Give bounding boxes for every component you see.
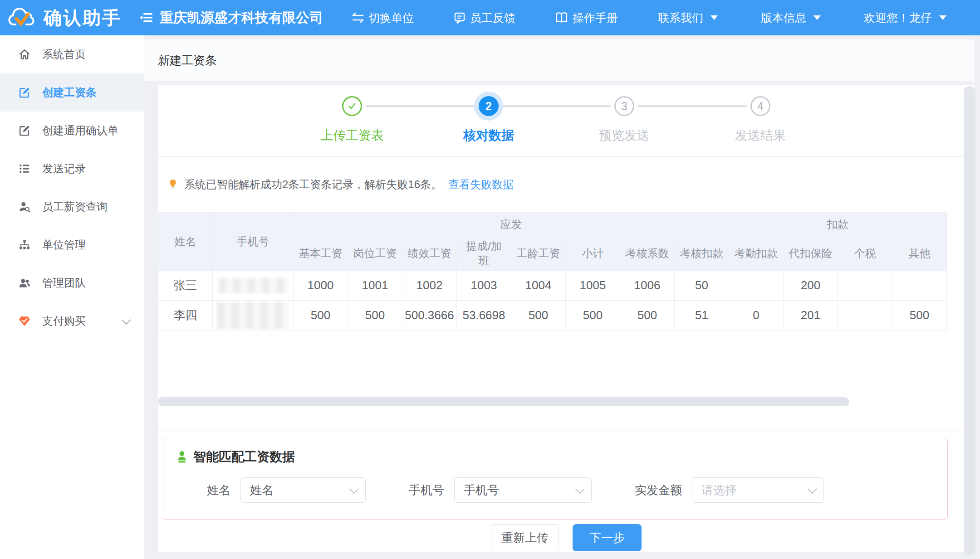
group-header-payable: 应发	[294, 213, 729, 236]
name-select[interactable]: 姓名	[240, 477, 366, 503]
phone-field-label: 手机号	[409, 482, 444, 498]
sidebar-item-unit-management[interactable]: 单位管理	[0, 226, 144, 264]
caret-down-icon	[710, 15, 718, 20]
table-cell: 500	[892, 301, 947, 331]
sidebar-item-create-payslip[interactable]: 创建工资条	[0, 73, 144, 112]
table-cell: 500	[294, 301, 348, 331]
step-4-label: 发送结果	[706, 127, 815, 144]
table-row: 张三 1000 1001 1002 1003 1004 1005 1006 50…	[158, 271, 947, 301]
caret-down-icon	[813, 15, 821, 20]
column-header: 考核系数	[620, 236, 675, 271]
column-header: 提成/加班	[457, 236, 511, 271]
cell-name: 李四	[158, 301, 213, 331]
table-cell: 200	[784, 271, 838, 301]
user-menu[interactable]: 欢迎您！龙仔	[864, 10, 980, 25]
name-field-group: 姓名 姓名	[207, 477, 366, 503]
net-amount-field-group: 实发金额 请选择	[635, 477, 824, 503]
feedback-link[interactable]: 员工反馈	[454, 10, 515, 25]
table-cell	[729, 271, 784, 301]
chevron-down-icon	[349, 484, 359, 494]
page-title: 新建工资条	[144, 53, 217, 68]
welcome-text: 欢迎您！龙仔	[864, 10, 932, 25]
list-icon	[18, 163, 30, 175]
table-cell: 1000	[294, 271, 348, 301]
table-cell	[838, 301, 892, 331]
column-header: 绩效工资	[402, 236, 457, 271]
step-connector	[502, 105, 611, 107]
switch-unit-link[interactable]: 切换单位	[352, 10, 414, 25]
company-name: 重庆凯源盛才科技有限公司	[160, 9, 323, 27]
gem-icon	[18, 315, 30, 327]
bottom-panel: 智能匹配工资数据 姓名 姓名 手机号 手机号	[158, 432, 975, 552]
edit-doc-icon	[18, 87, 30, 99]
sidebar-item-salary-query[interactable]: 员工薪资查询	[0, 188, 144, 226]
contact-menu[interactable]: 联系我们	[658, 10, 718, 25]
action-buttons: 重新上传 下一步	[158, 524, 975, 551]
net-amount-field-label: 实发金额	[635, 482, 682, 498]
next-step-button[interactable]: 下一步	[573, 524, 642, 551]
table-cell: 1002	[402, 271, 457, 301]
blurred-phone	[217, 302, 289, 329]
column-header: 考勤扣款	[729, 236, 784, 271]
reupload-button[interactable]: 重新上传	[491, 524, 559, 551]
step-4-result-circle: 4	[750, 96, 770, 116]
column-header: 工龄工资	[511, 236, 566, 271]
phone-select[interactable]: 手机号	[454, 477, 592, 503]
horizontal-scrollbar-thumb[interactable]	[158, 397, 849, 406]
step-2-label: 核对数据	[434, 127, 543, 144]
cell-name: 张三	[158, 271, 213, 301]
sidebar-item-payment[interactable]: 支付购买	[0, 302, 144, 340]
column-header-phone: 手机号	[213, 213, 294, 271]
column-header: 基本工资	[294, 236, 348, 271]
chevron-down-icon	[808, 484, 817, 494]
column-header: 考核扣款	[675, 236, 729, 271]
step-3-preview-circle: 3	[614, 96, 634, 116]
menu-fold-icon	[140, 12, 153, 24]
salary-table: 姓名 手机号 应发 扣款 基本工资 岗位工资 绩效工资 提成/加班 工龄工资 小…	[158, 212, 947, 331]
page-title-bar: 新建工资条	[144, 39, 975, 82]
step-1-upload-circle	[342, 96, 362, 116]
table-cell: 1006	[620, 271, 675, 301]
table-cell: 1003	[457, 271, 511, 301]
name-field-label: 姓名	[207, 482, 230, 498]
table-horizontal-scrollbar	[158, 397, 946, 406]
group-header-deduction: 扣款	[729, 213, 947, 236]
main-area: 新建工资条 2 3 4 上传工资表 核对数据 预览发送 发送结果	[144, 35, 980, 559]
view-failed-data-link[interactable]: 查看失败数据	[448, 177, 514, 192]
home-icon	[18, 49, 30, 61]
page-scrollbar-thumb[interactable]	[964, 86, 975, 555]
step-2-verify-circle: 2	[479, 96, 499, 116]
parse-result-notice: 系统已智能解析成功2条工资条记录，解析失败16条。 查看失败数据	[158, 178, 975, 191]
verify-data-panel: 2 3 4 上传工资表 核对数据 预览发送 发送结果 系统已智能解析成功2条工资…	[158, 85, 975, 432]
manual-link[interactable]: 操作手册	[555, 10, 618, 25]
table-cell: 201	[784, 301, 838, 331]
cell-phone-masked	[213, 301, 294, 331]
book-icon	[555, 12, 568, 24]
notice-text: 系统已智能解析成功2条工资条记录，解析失败16条。	[184, 177, 442, 192]
table-row: 李四 500 500 500.3666 53.6698 500 500 500 …	[158, 301, 947, 331]
sidebar: 系统首页 创建工资条 创建通用确认单 发送记录 员工薪资查询	[0, 35, 144, 559]
sidebar-item-team-management[interactable]: 管理团队	[0, 264, 144, 302]
table-cell: 500	[511, 301, 566, 331]
column-header: 个税	[838, 236, 892, 271]
version-menu[interactable]: 版本信息	[761, 10, 821, 25]
step-1-label: 上传工资表	[298, 127, 407, 144]
sidebar-item-send-records[interactable]: 发送记录	[0, 150, 144, 188]
sidebar-item-create-confirmation[interactable]: 创建通用确认单	[0, 112, 144, 150]
chevron-down-icon	[122, 315, 131, 325]
table-cell: 500	[348, 301, 402, 331]
table-cell: 500.3666	[402, 301, 457, 331]
phone-field-group: 手机号 手机号	[409, 477, 592, 503]
company-switcher[interactable]: 重庆凯源盛才科技有限公司	[140, 9, 323, 27]
column-header-name: 姓名	[158, 213, 213, 271]
feedback-icon	[454, 12, 466, 24]
app-name: 确认助手	[44, 5, 122, 30]
steps-wizard: 2 3 4 上传工资表 核对数据 预览发送 发送结果	[158, 85, 975, 157]
column-header: 岗位工资	[348, 236, 402, 271]
chevron-down-icon	[575, 484, 585, 494]
app-root: 确认助手 重庆凯源盛才科技有限公司 切换单位	[0, 0, 980, 559]
net-amount-select[interactable]: 请选择	[692, 477, 824, 503]
sidebar-item-home[interactable]: 系统首页	[0, 35, 144, 73]
table-cell: 0	[729, 301, 784, 331]
table-cell: 1001	[348, 271, 402, 301]
